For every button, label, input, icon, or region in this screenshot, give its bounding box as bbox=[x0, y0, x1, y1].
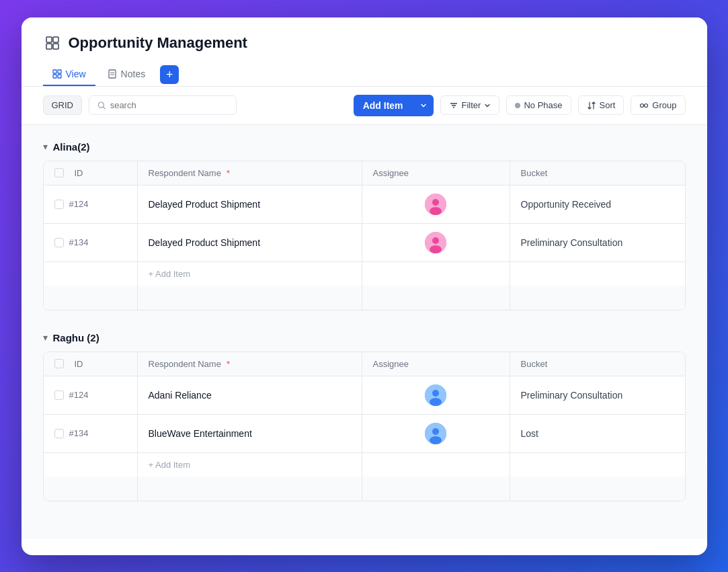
search-container bbox=[89, 95, 237, 115]
svg-line-12 bbox=[104, 107, 106, 109]
svg-point-26 bbox=[430, 398, 442, 406]
cell-id-alina-0: #124 bbox=[44, 186, 138, 223]
filter-icon bbox=[449, 101, 458, 110]
respondent-name-raghu-1: BlueWave Entertainment bbox=[149, 428, 252, 439]
add-item-caret[interactable] bbox=[413, 97, 434, 114]
search-icon bbox=[97, 101, 106, 110]
cell-respondent-alina-1[interactable]: Delayed Product Shipment bbox=[138, 224, 362, 261]
svg-point-22 bbox=[432, 237, 439, 244]
add-row-id-raghu bbox=[44, 453, 138, 477]
cell-assignee-raghu-0 bbox=[362, 376, 510, 414]
col-header-id-raghu: ID bbox=[44, 352, 138, 376]
no-phase-label: No Phase bbox=[524, 100, 562, 110]
sort-icon bbox=[587, 101, 596, 110]
filter-button[interactable]: Filter bbox=[440, 95, 500, 115]
col-assignee-label: Assignee bbox=[373, 168, 409, 178]
empty-cell-3 bbox=[362, 286, 510, 310]
header-checkbox-raghu[interactable] bbox=[54, 359, 64, 368]
empty-row-alina bbox=[44, 286, 685, 310]
empty-cell-r-1 bbox=[44, 477, 138, 501]
avatar-svg bbox=[425, 423, 446, 444]
col-respondent-label: Respondent Name bbox=[149, 168, 221, 178]
bucket-value-raghu-0: Preliminary Consultation bbox=[521, 390, 623, 401]
window-header: Opportunity Management View Notes bbox=[22, 17, 707, 87]
cell-respondent-raghu-0[interactable]: Adani Reliance bbox=[138, 376, 362, 414]
add-row-bucket-raghu bbox=[510, 453, 685, 477]
group-button[interactable]: Group bbox=[631, 95, 685, 115]
no-phase-dot-icon bbox=[515, 103, 520, 108]
cell-assignee-alina-1 bbox=[362, 224, 510, 261]
avatar-svg bbox=[425, 384, 446, 406]
add-item-raghu[interactable]: + Add Item bbox=[138, 453, 362, 477]
group-raghu-count: (2) bbox=[87, 332, 99, 343]
cell-id-raghu-1: #134 bbox=[44, 415, 138, 452]
svg-point-16 bbox=[641, 104, 644, 107]
avatar-raghu-0 bbox=[425, 384, 446, 406]
raghu-table-header: ID Respondent Name * Assignee Bucket bbox=[44, 352, 685, 376]
avatar-svg bbox=[425, 232, 446, 253]
col-header-id-alina: ID bbox=[44, 161, 138, 185]
svg-rect-8 bbox=[109, 70, 116, 78]
add-row-assignee-alina bbox=[362, 262, 510, 286]
cell-assignee-alina-0 bbox=[362, 186, 510, 223]
col-header-bucket-raghu: Bucket bbox=[510, 352, 685, 376]
table-row: #134 Delayed Product Shipment bbox=[44, 224, 685, 262]
empty-cell-r-3 bbox=[362, 477, 510, 501]
avatar-alina-0 bbox=[425, 194, 446, 215]
col-respondent-label-raghu: Respondent Name bbox=[149, 359, 221, 369]
svg-rect-3 bbox=[53, 44, 58, 49]
alina-table-header: ID Respondent Name * Assignee Bucket bbox=[44, 161, 685, 186]
cell-bucket-raghu-1: Lost bbox=[510, 415, 685, 452]
col-header-assignee-raghu: Assignee bbox=[362, 352, 510, 376]
header-checkbox-alina[interactable] bbox=[54, 168, 64, 177]
add-item-button[interactable]: Add Item bbox=[354, 95, 434, 116]
group-alina-count: (2) bbox=[77, 141, 89, 153]
add-tab-button[interactable]: + bbox=[160, 65, 179, 84]
svg-point-19 bbox=[432, 199, 439, 206]
add-row-bucket-alina bbox=[510, 262, 685, 286]
add-row-alina: + Add Item bbox=[44, 262, 685, 286]
cell-respondent-alina-0[interactable]: Delayed Product Shipment bbox=[138, 186, 362, 223]
group-alina-header[interactable]: ▾ Alina(2) bbox=[43, 141, 686, 153]
row-checkbox-raghu-1[interactable] bbox=[54, 429, 64, 438]
grid-view-button[interactable]: GRID bbox=[43, 95, 83, 115]
required-star-raghu: * bbox=[227, 359, 230, 369]
col-bucket-label: Bucket bbox=[521, 168, 548, 178]
col-header-respondent-alina: Respondent Name * bbox=[138, 161, 362, 185]
row-checkbox-alina-0[interactable] bbox=[54, 200, 64, 209]
no-phase-button[interactable]: No Phase bbox=[506, 95, 571, 115]
cell-bucket-alina-0: Opportunity Received bbox=[510, 186, 685, 223]
svg-point-29 bbox=[430, 436, 442, 444]
svg-rect-6 bbox=[53, 75, 56, 78]
tab-view-label: View bbox=[66, 69, 86, 79]
cell-respondent-raghu-1[interactable]: BlueWave Entertainment bbox=[138, 415, 362, 452]
group-raghu-header[interactable]: ▾ Raghu (2) bbox=[43, 332, 686, 343]
respondent-name-raghu-0: Adani Reliance bbox=[149, 390, 212, 401]
tab-notes[interactable]: Notes bbox=[98, 63, 155, 86]
group-raghu: ▾ Raghu (2) ID Respondent Name * Assigne… bbox=[43, 332, 686, 501]
search-input[interactable] bbox=[110, 100, 228, 110]
row-id-raghu-0: #124 bbox=[69, 390, 89, 400]
required-star-alina: * bbox=[227, 168, 230, 178]
sort-button[interactable]: Sort bbox=[578, 95, 624, 115]
cell-id-alina-1: #134 bbox=[44, 224, 138, 261]
svg-rect-1 bbox=[53, 37, 58, 42]
row-id-alina-0: #124 bbox=[69, 199, 89, 209]
row-checkbox-raghu-0[interactable] bbox=[54, 391, 64, 400]
col-id-label-raghu: ID bbox=[75, 359, 83, 369]
col-header-assignee-alina: Assignee bbox=[362, 161, 510, 185]
empty-cell-r-4 bbox=[510, 477, 685, 501]
add-item-alina[interactable]: + Add Item bbox=[138, 262, 362, 286]
add-row-assignee-raghu bbox=[362, 453, 510, 477]
row-checkbox-alina-1[interactable] bbox=[54, 238, 64, 247]
avatar-alina-1 bbox=[425, 232, 446, 253]
svg-point-23 bbox=[430, 245, 442, 253]
sort-label: Sort bbox=[600, 100, 616, 110]
app-icon bbox=[43, 34, 62, 52]
svg-point-20 bbox=[430, 207, 442, 215]
respondent-name-alina-1: Delayed Product Shipment bbox=[149, 237, 261, 248]
bucket-value-raghu-1: Lost bbox=[521, 428, 538, 439]
table-row: #124 Delayed Product Shipment bbox=[44, 186, 685, 224]
tab-view[interactable]: View bbox=[43, 63, 95, 86]
svg-point-17 bbox=[645, 104, 648, 107]
